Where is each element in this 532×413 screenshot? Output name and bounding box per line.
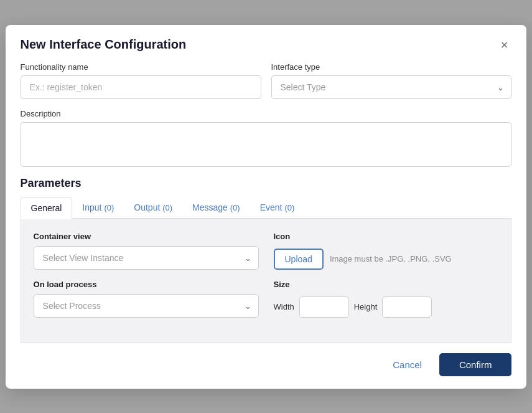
container-view-group: Container view Select View Instance ⌄	[34, 232, 259, 270]
parameters-section: Parameters General Input (0) Output (0) …	[21, 177, 512, 343]
tab-input[interactable]: Input (0)	[72, 197, 124, 219]
parameters-tabs: General Input (0) Output (0) Message (0)…	[21, 197, 512, 219]
container-view-select[interactable]: Select View Instance	[34, 246, 259, 270]
upload-button[interactable]: Upload	[274, 249, 324, 270]
tab-message[interactable]: Message (0)	[182, 197, 250, 219]
modal-header: New Interface Configuration ×	[6, 25, 527, 62]
confirm-button[interactable]: Confirm	[439, 353, 512, 376]
tab-output[interactable]: Output (0)	[124, 197, 182, 219]
height-label: Height	[354, 302, 378, 311]
on-load-process-select-wrapper: Select Process ⌄	[34, 294, 259, 318]
description-label: Description	[21, 109, 512, 118]
size-group: Size Width Height	[274, 280, 499, 318]
height-input[interactable]	[382, 297, 432, 318]
parameters-title: Parameters	[21, 177, 512, 190]
modal-dialog: New Interface Configuration × Functional…	[6, 25, 527, 389]
on-load-process-select[interactable]: Select Process	[34, 294, 259, 318]
form-row-description: Description	[21, 109, 512, 167]
modal-title: New Interface Configuration	[21, 37, 187, 52]
tab-event[interactable]: Event (0)	[250, 197, 305, 219]
container-view-label: Container view	[34, 232, 259, 241]
tab-general[interactable]: General	[21, 197, 73, 219]
tab-panel-general: Container view Select View Instance ⌄ Ic…	[21, 219, 512, 343]
icon-label: Icon	[274, 232, 499, 241]
cancel-button[interactable]: Cancel	[383, 354, 432, 375]
on-load-process-group: On load process Select Process ⌄	[34, 280, 259, 318]
close-button[interactable]: ×	[497, 37, 512, 52]
interface-type-group: Interface type Select Type ⌄	[271, 62, 512, 99]
modal-overlay: New Interface Configuration × Functional…	[0, 0, 532, 413]
modal-body: Functionality name Interface type Select…	[6, 62, 527, 343]
width-label: Width	[274, 302, 294, 311]
interface-type-select[interactable]: Select Type	[271, 75, 512, 99]
form-row-1: Functionality name Interface type Select…	[21, 62, 512, 99]
description-group: Description	[21, 109, 512, 167]
tab-event-count: (0)	[284, 203, 294, 212]
width-input[interactable]	[299, 297, 349, 318]
description-textarea[interactable]	[21, 122, 512, 167]
icon-section: Upload Image must be .JPG, .PNG, .SVG	[274, 249, 499, 270]
panel-row-2: On load process Select Process ⌄ Size	[34, 280, 499, 318]
functionality-name-label: Functionality name	[21, 62, 261, 72]
panel-row-1: Container view Select View Instance ⌄ Ic…	[34, 232, 499, 270]
tab-output-count: (0)	[162, 203, 172, 212]
size-label: Size	[274, 280, 499, 289]
container-view-select-wrapper: Select View Instance ⌄	[34, 246, 259, 270]
tab-input-count: (0)	[104, 203, 114, 212]
on-load-process-label: On load process	[34, 280, 259, 289]
size-row: Width Height	[274, 297, 499, 318]
icon-hint: Image must be .JPG, .PNG, .SVG	[330, 254, 452, 263]
tab-message-count: (0)	[230, 203, 240, 212]
interface-type-label: Interface type	[271, 62, 512, 72]
functionality-name-group: Functionality name	[21, 62, 261, 99]
icon-group: Icon Upload Image must be .JPG, .PNG, .S…	[274, 232, 499, 270]
interface-type-select-wrapper: Select Type ⌄	[271, 75, 512, 99]
functionality-name-input[interactable]	[21, 75, 261, 99]
modal-footer: Cancel Confirm	[6, 343, 527, 389]
